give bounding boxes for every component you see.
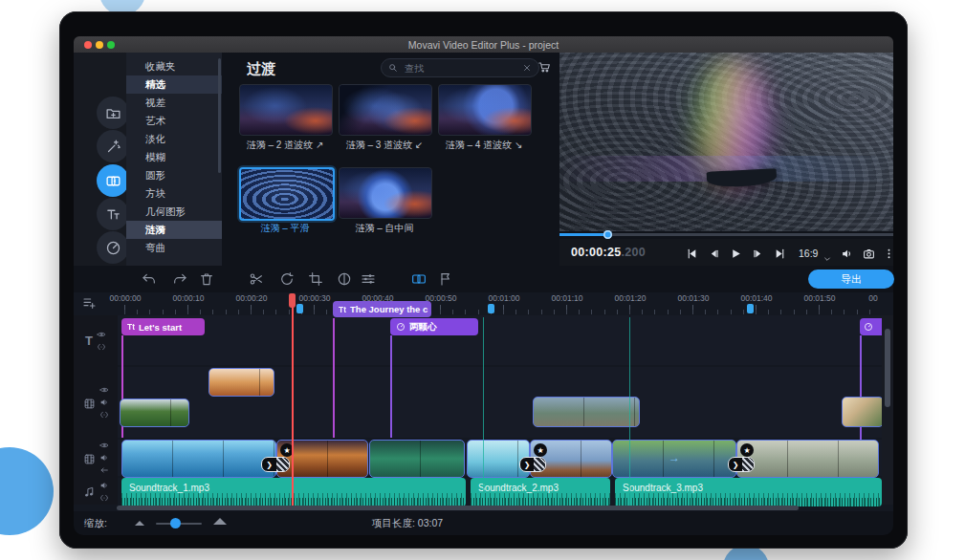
volume-icon[interactable] — [841, 247, 853, 259]
star-badge-icon[interactable]: ★ — [740, 443, 754, 457]
color-adjustments-icon[interactable] — [337, 271, 352, 287]
transition-thumb-ripple-center[interactable] — [339, 167, 432, 219]
category-parallax[interactable]: 视差 — [126, 94, 222, 112]
rotate-icon[interactable] — [279, 271, 295, 287]
delete-icon[interactable] — [199, 271, 214, 287]
overlay-clip-people[interactable] — [208, 368, 274, 397]
category-fade[interactable]: 淡化 — [126, 130, 222, 148]
timeline-marker[interactable] — [296, 304, 303, 313]
category-favorites[interactable]: 收藏夹 — [126, 57, 222, 75]
overlay-clip-woman[interactable] — [842, 397, 884, 427]
transition-tool-icon[interactable] — [411, 271, 427, 287]
overlay-track-header[interactable] — [74, 367, 118, 438]
timeline-marker[interactable] — [488, 304, 494, 313]
titles-icon[interactable] — [97, 198, 129, 230]
zoom-out-icon[interactable] — [135, 521, 144, 526]
title-clip-lets-start[interactable]: TtLet's start — [121, 318, 205, 335]
audio-clip-3[interactable]: Soundtrack_3.mp3 — [615, 478, 882, 506]
zoom-slider-handle[interactable] — [170, 518, 181, 528]
audio-clip-1[interactable]: Soundtrack_1.mp3 — [121, 478, 466, 506]
filters-sliders-icon[interactable] — [361, 271, 376, 287]
timeline-ruler[interactable]: 00:00:00 00:00:10 00:00:20 00:00:30 00:0… — [118, 292, 882, 315]
step-forward-icon[interactable] — [752, 247, 764, 259]
category-blur[interactable]: 模糊 — [126, 148, 222, 166]
redo-icon[interactable] — [172, 271, 187, 287]
video-clip-kayak[interactable] — [369, 440, 465, 478]
seek-bar[interactable] — [559, 231, 893, 239]
overlay-clip-mountains[interactable] — [120, 398, 189, 427]
transition-thumb-ripple-smooth[interactable] — [239, 167, 335, 221]
transition-badge[interactable]: ❯ — [261, 457, 290, 472]
link-icon[interactable] — [99, 493, 109, 503]
audio-clip-2[interactable]: Soundtrack_2.mp3 — [471, 478, 610, 506]
link-icon[interactable] — [99, 410, 109, 420]
transition-thumb-ripple-3[interactable] — [339, 84, 432, 136]
transition-label: 涟漪 – 4 道波纹 ↘ — [438, 139, 530, 152]
titles-track-header[interactable]: T — [74, 315, 118, 365]
vertical-scrollbar[interactable] — [885, 329, 890, 407]
speaker-icon[interactable] — [99, 453, 109, 463]
speaker-icon[interactable] — [99, 398, 109, 407]
title-clip-two-hearts[interactable]: 两颗心 — [390, 318, 478, 335]
skip-start-icon[interactable] — [686, 247, 698, 259]
transition-badge[interactable]: ❯ — [519, 457, 546, 472]
search-input[interactable] — [403, 62, 517, 75]
more-icon[interactable] — [883, 247, 895, 259]
category-artistic[interactable]: 艺术 — [126, 112, 222, 130]
speaker-icon[interactable] — [99, 481, 109, 490]
step-back-icon[interactable] — [708, 247, 720, 259]
category-featured[interactable]: 精选 — [126, 75, 222, 94]
title-clip-journey[interactable]: TtThe Journey the c — [333, 301, 431, 317]
transition-thumb-ripple-2[interactable] — [239, 84, 333, 136]
category-ripple[interactable]: 涟漪 — [126, 221, 222, 239]
eye-icon[interactable] — [99, 441, 109, 450]
undo-icon[interactable] — [142, 271, 157, 287]
eye-icon[interactable] — [97, 330, 106, 339]
horizontal-scrollbar[interactable] — [117, 506, 799, 510]
star-badge-icon[interactable]: ★ — [534, 443, 547, 457]
playhead-handle[interactable] — [289, 293, 296, 308]
timeline-toolbar: 导出 — [74, 266, 893, 292]
import-media-icon[interactable] — [97, 97, 129, 129]
crop-icon[interactable] — [308, 271, 323, 287]
audio-track-header[interactable] — [74, 478, 118, 506]
transitions-icon[interactable] — [97, 164, 129, 197]
arrow-left-icon[interactable] — [99, 465, 109, 475]
transition-badge[interactable]: ❯ — [728, 457, 755, 472]
clock-tools-icon[interactable] — [97, 231, 129, 264]
ruler-label: 00:01:10 — [536, 293, 599, 303]
search-icon — [388, 63, 398, 73]
overlay-clip-motorbike[interactable] — [533, 397, 640, 427]
clear-icon[interactable] — [522, 63, 532, 73]
ruler-label: 00:01:40 — [725, 293, 788, 303]
category-circles[interactable]: 圆形 — [126, 166, 222, 184]
split-scissors-icon[interactable] — [249, 271, 264, 287]
aspect-ratio-select[interactable]: 16:9 — [799, 248, 818, 259]
link-icon[interactable] — [97, 342, 106, 352]
video-clip-hiking[interactable] — [736, 440, 879, 478]
playhead-line[interactable] — [292, 294, 294, 506]
seek-handle[interactable] — [603, 230, 612, 239]
play-icon[interactable] — [730, 247, 742, 259]
video-clip-lake[interactable]: → — [612, 440, 736, 478]
category-scrollbar[interactable] — [218, 58, 221, 173]
category-blocks[interactable]: 方块 — [126, 184, 222, 203]
category-geometry[interactable]: 几何图形 — [126, 203, 222, 221]
marker-flag-icon[interactable] — [438, 271, 453, 287]
timeline-marker[interactable] — [747, 304, 754, 313]
category-warp[interactable]: 弯曲 — [126, 239, 222, 257]
export-button[interactable]: 导出 — [808, 269, 894, 289]
transition-thumb-ripple-4[interactable] — [438, 84, 532, 136]
video-clip-ocean[interactable] — [121, 440, 276, 478]
filters-wand-icon[interactable] — [97, 130, 129, 162]
skip-end-icon[interactable] — [774, 247, 786, 259]
panel-title: 过渡 — [247, 60, 275, 78]
cart-icon[interactable] — [537, 60, 551, 74]
snapshot-icon[interactable] — [863, 247, 875, 259]
zoom-in-icon[interactable] — [213, 518, 227, 525]
main-track-header[interactable] — [74, 440, 118, 476]
eye-icon[interactable] — [99, 385, 109, 395]
preview-pane: 00:00:25.200 16:9 — [559, 53, 893, 266]
video-preview[interactable] — [559, 53, 893, 231]
search-box[interactable] — [381, 58, 539, 77]
